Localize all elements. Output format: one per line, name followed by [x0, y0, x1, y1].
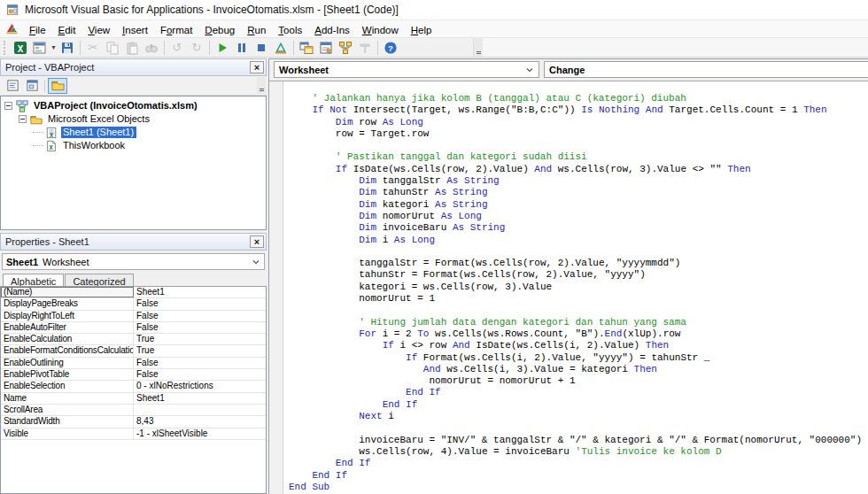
menu-item-window[interactable]: Window: [356, 23, 405, 38]
property-name[interactable]: EnableCalculation: [1, 334, 134, 344]
property-name[interactable]: DisplayPageBreaks: [1, 298, 134, 309]
tree-item-microsoft-excel-objects[interactable]: Microsoft Excel Objects: [1, 112, 266, 126]
find-button[interactable]: [142, 39, 161, 57]
tree-item-sheet1-sheet1[interactable]: XSheet1 (Sheet1): [1, 126, 266, 139]
project-close-button[interactable]: ×: [250, 61, 264, 73]
paste-button[interactable]: [122, 39, 142, 57]
tree-guide-line: [33, 132, 43, 133]
toolbar-overflow-button[interactable]: [473, 38, 483, 57]
procedure-dropdown[interactable]: Change: [544, 61, 868, 78]
object-dropdown-value: Worksheet: [279, 65, 329, 75]
code-line: tanggalStr = Format(ws.Cells(row, 2).Val…: [289, 258, 868, 269]
property-value[interactable]: Sheet1: [134, 393, 266, 404]
object-browser-button[interactable]: [336, 39, 355, 57]
project-toolbar-overflow-button[interactable]: [257, 77, 266, 94]
view-code-button[interactable]: [3, 78, 22, 94]
property-name[interactable]: Visible: [1, 428, 134, 439]
view-object-button[interactable]: [22, 78, 42, 94]
sheet-icon: X: [45, 127, 58, 139]
menu-item-file[interactable]: File: [23, 23, 52, 38]
collapse-expander-icon[interactable]: [4, 102, 12, 110]
properties-object-name: Sheet1: [6, 257, 38, 267]
property-value[interactable]: False: [134, 298, 266, 309]
code-line: [289, 140, 868, 151]
property-row: Visible-1 - xlSheetVisible: [1, 428, 266, 440]
property-name[interactable]: ScrollArea: [1, 405, 134, 415]
help-button[interactable]: ?: [381, 39, 400, 57]
toolbar-separator: [377, 41, 378, 55]
property-value[interactable]: False: [134, 311, 266, 321]
copy-button[interactable]: [103, 39, 122, 57]
property-value[interactable]: False: [134, 322, 266, 333]
property-value[interactable]: -1 - xlSheetVisible: [134, 428, 266, 439]
toolbox-button[interactable]: [355, 39, 375, 57]
property-value[interactable]: False: [134, 358, 266, 368]
project-panel-header: Project - VBAProject ×: [0, 58, 267, 76]
reset-button[interactable]: [252, 39, 271, 57]
property-name[interactable]: EnableFormatConditionsCalculation: [1, 345, 134, 356]
properties-grid[interactable]: (Name)Sheet1DisplayPageBreaksFalseDispla…: [0, 286, 267, 494]
code-line: ' Hitung jumlah data dengan kategori dan…: [289, 317, 868, 328]
menu-item-add-ins[interactable]: Add-Ins: [308, 23, 356, 38]
property-value[interactable]: False: [134, 369, 266, 380]
toolbar-grip[interactable]: [4, 41, 8, 55]
insert-object-dropdown-caret[interactable]: ▼: [50, 39, 58, 57]
menu-item-edit[interactable]: Edit: [52, 23, 82, 38]
object-dropdown[interactable]: Worksheet: [274, 61, 539, 78]
menu-item-format[interactable]: Format: [154, 23, 198, 38]
property-value[interactable]: Sheet1: [134, 287, 266, 297]
property-value[interactable]: True: [134, 334, 266, 344]
tree-guide-line: [33, 145, 43, 146]
title-bar[interactable]: Microsoft Visual Basic for Applications …: [0, 0, 868, 19]
folder-icon: [30, 113, 43, 126]
collapse-expander-icon[interactable]: [19, 115, 27, 123]
property-name[interactable]: EnableOutlining: [1, 358, 134, 368]
project-panel-title: Project - VBAProject: [5, 62, 250, 73]
redo-button[interactable]: ↻: [187, 39, 206, 57]
property-value[interactable]: True: [134, 345, 266, 356]
view-excel-button[interactable]: X: [11, 39, 30, 57]
property-name[interactable]: EnableAutoFilter: [1, 322, 134, 333]
insert-userform-button[interactable]: [30, 39, 50, 57]
code-window: Worksheet Change ' Jalankan hanya jika k…: [268, 58, 868, 494]
property-name[interactable]: StandardWidth: [1, 416, 134, 427]
standard-toolbar: X▼✂↺↻?: [0, 37, 868, 58]
menu-item-debug[interactable]: Debug: [198, 23, 241, 38]
reset-icon: [254, 41, 268, 55]
project-panel-toolbar: [0, 76, 267, 96]
project-explorer-button[interactable]: [297, 39, 316, 57]
properties-object-type: Worksheet: [43, 257, 89, 267]
cut-button[interactable]: ✂: [83, 39, 103, 57]
properties-object-dropdown[interactable]: Sheet1 Worksheet: [2, 253, 265, 270]
property-name[interactable]: DisplayRightToLeft: [1, 311, 134, 321]
margin-indicator-bar[interactable]: [269, 81, 283, 494]
menu-item-insert[interactable]: Insert: [116, 23, 154, 38]
property-value[interactable]: [134, 405, 266, 415]
code-editor[interactable]: ' Jalankan hanya jika kolom B (tanggal) …: [269, 81, 868, 494]
design-mode-button[interactable]: [271, 39, 291, 57]
tree-item-vbaproject-invoiceotomatis-xlsm[interactable]: VBAProject (InvoiceOtomatis.xlsm): [1, 99, 266, 112]
properties-close-button[interactable]: ×: [250, 235, 264, 248]
run-button[interactable]: [213, 39, 232, 57]
code-line: tahunStr = Format(ws.Cells(row, 2).Value…: [289, 269, 868, 281]
tree-item-thisworkbook[interactable]: XThisWorkbook: [1, 139, 266, 152]
property-name[interactable]: EnablePivotTable: [1, 369, 134, 380]
property-name[interactable]: (Name): [1, 287, 134, 297]
property-value[interactable]: 8,43: [134, 416, 266, 427]
undo-button[interactable]: ↺: [167, 39, 187, 57]
property-name[interactable]: EnableSelection: [1, 381, 134, 391]
menu-item-run[interactable]: Run: [241, 23, 272, 38]
menu-item-help[interactable]: Help: [405, 23, 438, 38]
save-button[interactable]: [58, 39, 77, 57]
menu-item-tools[interactable]: Tools: [272, 23, 308, 38]
project-tree[interactable]: VBAProject (InvoiceOtomatis.xlsm)Microso…: [0, 96, 267, 230]
cut-icon: ✂: [89, 41, 98, 55]
vba-editor-window: Microsoft Visual Basic for Applications …: [0, 0, 868, 494]
toggle-folders-button[interactable]: [48, 78, 67, 94]
break-button[interactable]: [232, 39, 252, 57]
menu-item-view[interactable]: View: [81, 23, 116, 38]
property-value[interactable]: 0 - xlNoRestrictions: [134, 381, 266, 391]
property-name[interactable]: Name: [1, 393, 134, 404]
view-excel-icon: X: [13, 41, 27, 55]
properties-window-button[interactable]: [316, 39, 336, 57]
